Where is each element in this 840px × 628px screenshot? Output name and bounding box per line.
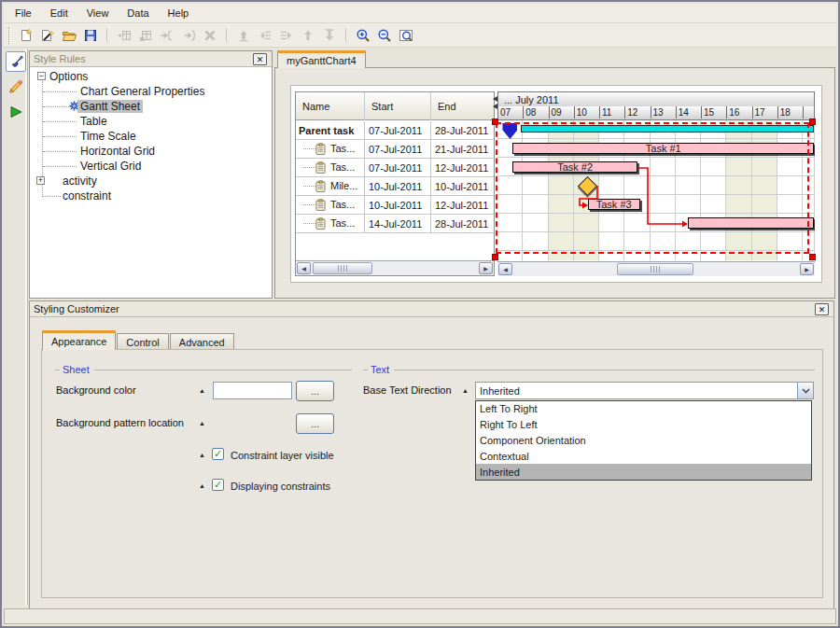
tab-myganttchart4[interactable]: myGanttChart4 bbox=[277, 50, 366, 68]
priority-marker-icon bbox=[199, 482, 205, 490]
scroll-right-icon[interactable] bbox=[800, 263, 814, 275]
open-folder-icon bbox=[62, 28, 77, 43]
table-row[interactable]: Tas...07-Jul-201121-Jul-2011 bbox=[296, 140, 494, 159]
styling-customizer-title: Styling Customizer bbox=[30, 301, 833, 317]
tree-item-time-scale[interactable]: Time Scale bbox=[31, 129, 271, 144]
scrollbar-thumb[interactable] bbox=[313, 262, 372, 274]
dropdown-option-right-to-left[interactable]: Right To Left bbox=[476, 417, 811, 433]
base-text-direction-combo[interactable]: Inherited bbox=[475, 382, 814, 399]
tree-item-chart-general-properties[interactable]: Chart General Properties bbox=[31, 84, 271, 99]
toolbar-drag-handle[interactable] bbox=[8, 27, 11, 44]
toolbar-zoom-fit-button[interactable] bbox=[396, 25, 415, 45]
toolbar-zoom-in-button[interactable] bbox=[353, 25, 372, 45]
styling-tool-button[interactable] bbox=[6, 51, 26, 72]
tree-item-constraint[interactable]: constraint bbox=[31, 188, 271, 203]
appearance-tab-content: Sheet Text Background color ... Backgrou… bbox=[41, 349, 823, 598]
menu-file[interactable]: File bbox=[6, 5, 41, 21]
menu-help[interactable]: Help bbox=[159, 5, 199, 21]
constraint-layer-visible-checkbox[interactable] bbox=[212, 448, 224, 460]
outdent-icon bbox=[258, 28, 273, 43]
name-cell: Parent task bbox=[296, 121, 365, 139]
tab-label: myGanttChart4 bbox=[287, 55, 357, 66]
table-row[interactable]: Tas...14-Jul-201128-Jul-2011 bbox=[296, 215, 494, 233]
scroll-left-icon[interactable] bbox=[297, 262, 311, 274]
background-pattern-location-label: Background pattern location bbox=[56, 417, 184, 428]
column-header-start[interactable]: Start bbox=[365, 92, 431, 120]
displaying-constraints-checkbox[interactable] bbox=[212, 479, 224, 491]
scroll-right-icon[interactable] bbox=[479, 262, 493, 274]
run-tool-button[interactable] bbox=[6, 102, 26, 122]
scroll-left-icon[interactable] bbox=[498, 263, 512, 275]
styling-customizer-panel: Styling Customizer AppearanceControlAdva… bbox=[29, 300, 834, 609]
arrow-bracket-left-icon bbox=[160, 28, 175, 43]
end-cell: 10-Jul-2011 bbox=[431, 177, 494, 195]
gantt-sheet[interactable]: Task #1Task #2Task #3 bbox=[497, 120, 815, 260]
toolbar-save-button[interactable] bbox=[80, 25, 100, 45]
background-color-picker-button[interactable]: ... bbox=[296, 381, 334, 401]
tab-appearance[interactable]: Appearance bbox=[42, 330, 116, 350]
tree-item-horizontal-grid[interactable]: Horizontal Grid bbox=[31, 144, 271, 159]
tree-item-vertical-grid[interactable]: Vertical Grid bbox=[31, 159, 271, 174]
timescale-day-row[interactable]: 070809101112131415161718 bbox=[497, 106, 815, 120]
dropdown-option-contextual[interactable]: Contextual bbox=[476, 448, 811, 464]
toolbar-zoom-out-button[interactable] bbox=[374, 25, 394, 45]
day-column bbox=[523, 120, 548, 260]
toolbar-align-end-button bbox=[178, 25, 198, 45]
toolbar-new-chart-button[interactable] bbox=[16, 25, 35, 45]
timescale-day-cell: 15 bbox=[702, 106, 727, 119]
table-row[interactable]: Parent task07-Jul-201128-Jul-2011 bbox=[296, 121, 494, 140]
tab-control[interactable]: Control bbox=[117, 333, 168, 350]
tree-item-gantt-sheet[interactable]: Gantt Sheet bbox=[31, 99, 271, 114]
menu-edit[interactable]: Edit bbox=[41, 5, 77, 21]
selection-handle[interactable] bbox=[809, 119, 816, 125]
toolbar-outdent-button bbox=[255, 25, 274, 45]
selection-handle[interactable] bbox=[492, 254, 498, 260]
background-pattern-browse-button[interactable]: ... bbox=[296, 413, 334, 434]
close-icon[interactable] bbox=[253, 53, 267, 65]
magnifier-minus-icon bbox=[377, 28, 392, 43]
background-color-input[interactable] bbox=[213, 382, 292, 399]
dropdown-option-left-to-right[interactable]: Left To Right bbox=[476, 401, 811, 417]
indent-icon bbox=[279, 28, 294, 43]
selection-handle[interactable] bbox=[809, 254, 816, 260]
chevron-down-icon[interactable] bbox=[797, 383, 813, 398]
pencil-icon bbox=[7, 78, 24, 95]
dropdown-option-inherited[interactable]: Inherited bbox=[476, 464, 811, 480]
column-header-end[interactable]: End bbox=[431, 92, 494, 120]
toolbar-style-wizard-button[interactable] bbox=[37, 25, 57, 45]
tree-item-table[interactable]: Table bbox=[31, 114, 271, 129]
dropdown-option-component-orientation[interactable]: Component Orientation bbox=[476, 433, 811, 449]
task-bar-task-1[interactable]: Task #1 bbox=[512, 143, 814, 154]
tree-item-label: constraint bbox=[60, 189, 114, 202]
table-row[interactable]: Mile...10-Jul-201110-Jul-2011 bbox=[296, 177, 494, 196]
close-icon[interactable] bbox=[815, 303, 829, 315]
constraint-layer-visible-label: Constraint layer visible bbox=[231, 450, 334, 461]
table-row[interactable]: Tas...07-Jul-201112-Jul-2011 bbox=[296, 159, 494, 177]
tab-advanced[interactable]: Advanced bbox=[170, 333, 234, 350]
column-header-name[interactable]: Name bbox=[296, 92, 365, 120]
task-bar[interactable] bbox=[688, 217, 814, 229]
left-triangle-icon bbox=[493, 104, 497, 109]
task-bar-task-3[interactable]: Task #3 bbox=[588, 199, 640, 210]
day-column bbox=[803, 120, 815, 260]
tree-item-activity[interactable]: +activity bbox=[31, 174, 271, 188]
menu-view[interactable]: View bbox=[77, 5, 119, 21]
day-column bbox=[777, 120, 803, 260]
menu-data[interactable]: Data bbox=[118, 5, 158, 21]
start-cell: 07-Jul-2011 bbox=[365, 159, 431, 176]
scrollbar-thumb[interactable] bbox=[617, 263, 693, 275]
minus-expander-icon[interactable]: − bbox=[37, 72, 46, 80]
edit-tool-button[interactable] bbox=[6, 77, 26, 97]
paintbrush-icon bbox=[7, 53, 24, 70]
name-cell: Tas... bbox=[296, 215, 365, 232]
timescale-scroll-left[interactable] bbox=[493, 94, 497, 111]
timescale-month-row[interactable]: ... July 2011 bbox=[497, 91, 815, 107]
tree-item-options[interactable]: −Options bbox=[31, 69, 271, 84]
parent-summary-bar[interactable] bbox=[521, 125, 815, 133]
task-bar-task-2[interactable]: Task #2 bbox=[512, 161, 637, 173]
table-row[interactable]: Tas...10-Jul-201112-Jul-2011 bbox=[296, 196, 494, 215]
toolbar-open-button[interactable] bbox=[59, 25, 78, 45]
plus-expander-icon[interactable]: + bbox=[36, 176, 45, 185]
selection-handle[interactable] bbox=[492, 119, 498, 125]
floppy-disk-icon bbox=[83, 28, 98, 43]
